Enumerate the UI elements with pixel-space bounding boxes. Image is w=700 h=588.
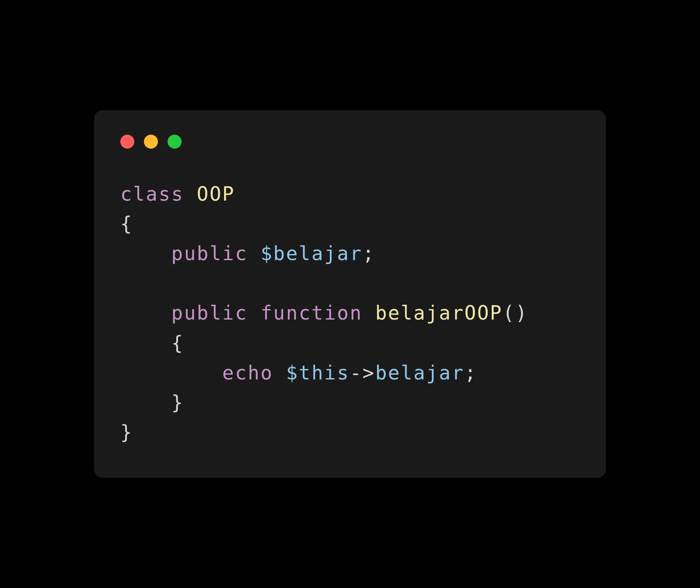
semicolon: ; [363,242,375,264]
brace-close: } [172,391,184,414]
semicolon: ; [465,362,477,384]
code-block: class OOP { public $belajar; public func… [120,179,580,448]
arrow-operator: -> [350,362,375,384]
keyword-public: public [172,242,248,264]
keyword-echo: echo [222,362,273,384]
keyword-class: class [120,183,184,205]
maximize-icon[interactable] [168,135,182,149]
keyword-function: function [260,302,362,324]
minimize-icon[interactable] [144,135,158,149]
property-var: $belajar [260,242,362,264]
keyword-public: public [172,302,248,324]
close-icon[interactable] [120,135,134,149]
class-name: OOP [197,183,235,205]
brace-open: { [120,212,133,235]
parens: () [503,302,528,324]
brace-close: } [120,421,133,443]
member-access: belajar [375,362,465,384]
this-var: $this [286,362,350,384]
function-name: belajarOOP [375,302,503,324]
code-window: class OOP { public $belajar; public func… [94,110,606,478]
brace-open: { [172,332,184,354]
window-titlebar [120,135,580,149]
